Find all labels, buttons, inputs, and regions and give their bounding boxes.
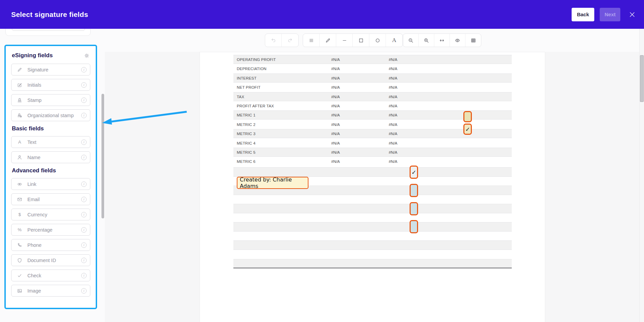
row-label: METRIC 1 <box>237 113 255 117</box>
info-icon[interactable]: i <box>81 98 87 103</box>
empty-table-row <box>233 259 512 269</box>
checkbox-field-checked[interactable]: ✓ <box>463 124 472 135</box>
link-icon <box>17 181 23 187</box>
checkbox-field[interactable] <box>410 202 418 215</box>
person-icon <box>17 155 23 160</box>
field-item-label: Text <box>27 139 81 145</box>
field-item-initials[interactable]: Initialsi <box>11 79 90 91</box>
hamburger-icon[interactable] <box>303 34 320 47</box>
row-label: DEPRECIATION <box>237 67 267 71</box>
row-value: #N/A <box>328 159 343 164</box>
letter-a-icon: A <box>17 140 23 144</box>
checkbox-field[interactable] <box>410 184 418 197</box>
percent-icon: % <box>17 228 23 232</box>
undo-icon[interactable] <box>265 34 282 47</box>
minus-icon[interactable] <box>336 34 353 47</box>
field-item-currency[interactable]: $Currencyi <box>11 209 90 220</box>
field-item-percentage[interactable]: %Percentagei <box>11 224 90 236</box>
info-icon[interactable]: i <box>81 258 87 263</box>
row-value: #N/A <box>386 58 400 62</box>
field-item-link[interactable]: Linki <box>11 178 90 190</box>
info-icon[interactable]: i <box>81 181 87 187</box>
stamp-icon <box>17 98 23 103</box>
next-button[interactable]: Next <box>600 8 620 21</box>
gear-icon[interactable] <box>84 53 90 59</box>
checkbox-field-checked[interactable]: ✓ <box>410 166 418 179</box>
pencil-icon[interactable] <box>320 34 336 47</box>
row-value: #N/A <box>328 113 343 117</box>
row-value: #N/A <box>386 76 400 80</box>
fit-width-icon[interactable] <box>434 34 450 47</box>
field-item-label: Check <box>27 273 81 278</box>
redo-icon[interactable] <box>282 34 298 47</box>
header-bar: Select signature fields Back Next <box>0 0 644 29</box>
back-button[interactable]: Back <box>572 8 595 21</box>
field-item-label: Stamp <box>27 98 81 103</box>
row-value: #N/A <box>386 113 400 117</box>
zoom-out-icon[interactable] <box>403 34 419 47</box>
table-row: INTEREST#N/A#N/A <box>233 73 512 83</box>
circle-icon[interactable] <box>369 34 386 47</box>
info-icon[interactable]: i <box>81 227 87 233</box>
zoom-in-icon[interactable] <box>419 34 434 47</box>
field-item-organizational-stamp[interactable]: Organizational stampi <box>11 109 90 121</box>
field-item-name[interactable]: Namei <box>11 151 90 163</box>
row-label: METRIC 5 <box>237 150 255 154</box>
field-item-signature[interactable]: Signaturei <box>11 64 90 76</box>
row-value: #N/A <box>328 95 343 99</box>
toolbar-group-view-tools <box>403 34 481 47</box>
grid-icon[interactable] <box>465 34 481 47</box>
table-row: METRIC 5#N/A#N/A <box>233 148 512 157</box>
row-value: #N/A <box>328 141 343 145</box>
close-icon[interactable] <box>628 10 637 19</box>
row-value: #N/A <box>386 141 400 145</box>
row-value: #N/A <box>328 104 343 108</box>
field-item-label: Link <box>27 181 81 187</box>
field-item-check[interactable]: Checki <box>11 270 90 281</box>
info-icon[interactable]: i <box>81 113 87 118</box>
row-value: #N/A <box>328 67 343 71</box>
field-item-label: Email <box>27 197 81 202</box>
section-heading-basic: Basic fields <box>12 125 90 132</box>
field-item-email[interactable]: Emaili <box>11 193 90 205</box>
field-item-image[interactable]: Imagei <box>11 285 90 297</box>
row-value: #N/A <box>386 150 400 154</box>
checkbox-field[interactable] <box>463 111 472 122</box>
info-icon[interactable]: i <box>81 242 87 248</box>
empty-table-row <box>233 167 512 177</box>
field-item-document-id[interactable]: Document IDi <box>11 254 90 266</box>
row-value: #N/A <box>386 159 400 164</box>
sidebar-scrollbar[interactable] <box>101 94 104 218</box>
checkbox-field[interactable] <box>410 220 418 233</box>
row-label: PROFIT AFTER TAX <box>237 104 274 108</box>
row-label: METRIC 2 <box>237 123 255 127</box>
created-by-field[interactable]: Created by: Charlie Adams <box>237 177 308 189</box>
info-icon[interactable]: i <box>81 212 87 217</box>
info-icon[interactable]: i <box>81 82 87 88</box>
row-label: NET PROFIT <box>237 85 260 89</box>
table-row: METRIC 6#N/A#N/A <box>233 157 512 166</box>
field-item-phone[interactable]: Phonei <box>11 239 90 251</box>
info-icon[interactable]: i <box>81 273 87 278</box>
email-icon <box>17 197 23 202</box>
info-icon[interactable]: i <box>81 139 87 145</box>
row-value: #N/A <box>328 58 343 62</box>
info-icon[interactable]: i <box>81 67 87 72</box>
row-label: INTEREST <box>237 76 256 80</box>
info-icon[interactable]: i <box>81 197 87 202</box>
eye-icon[interactable] <box>450 34 465 47</box>
field-item-text[interactable]: ATexti <box>11 136 90 148</box>
row-value: #N/A <box>386 104 400 108</box>
page-scrollbar-thumb[interactable] <box>640 55 644 102</box>
letter-a-icon[interactable]: A <box>386 34 402 47</box>
row-label: METRIC 4 <box>237 141 255 145</box>
pencil-square-icon <box>17 82 23 88</box>
row-label: OPERATING PROFIT <box>237 58 276 62</box>
field-item-label: Currency <box>27 212 81 217</box>
info-icon[interactable]: i <box>81 288 87 294</box>
empty-table-row <box>233 240 512 250</box>
square-icon[interactable] <box>353 34 369 47</box>
field-item-stamp[interactable]: Stampi <box>11 94 90 106</box>
info-icon[interactable]: i <box>81 155 87 160</box>
table-row: OPERATING PROFIT#N/A#N/A <box>233 55 512 64</box>
